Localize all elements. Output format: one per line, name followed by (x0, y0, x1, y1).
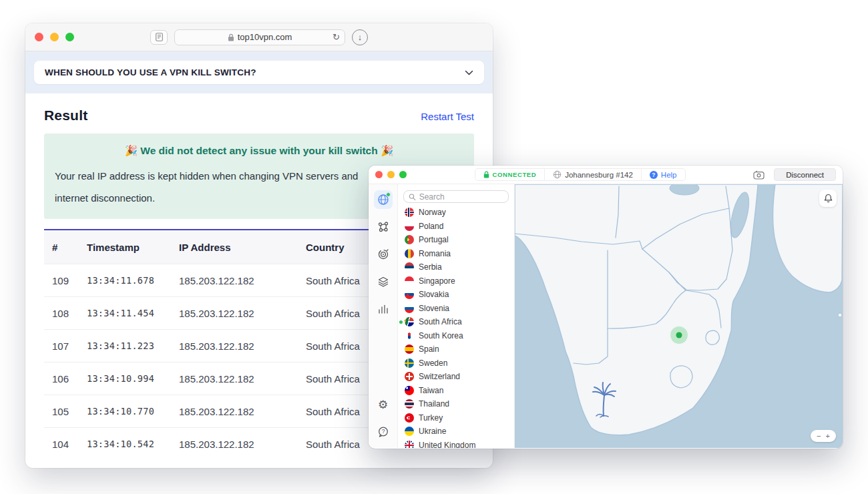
vpn-titlebar: CONNECTED Johannesburg #142 ? Help Disco… (369, 166, 843, 184)
restart-test-link[interactable]: Restart Test (421, 111, 474, 122)
country-item[interactable]: Turkey (405, 411, 514, 425)
country-item[interactable]: Romania (405, 247, 514, 261)
server-indicator[interactable]: Johannesburg #142 (544, 169, 641, 180)
country-name: South Korea (419, 331, 463, 340)
country-item[interactable]: Slovenia (405, 302, 514, 316)
cell-timestamp: 13:34:11.454 (87, 308, 179, 318)
sidebar-rail: ⚙ ? (369, 184, 398, 448)
connected-dot-icon (386, 192, 391, 197)
fullscreen-button[interactable] (399, 171, 407, 178)
minimize-button[interactable] (50, 33, 59, 41)
accordion-title: WHEN SHOULD YOU USE A VPN KILL SWITCH? (45, 67, 256, 77)
country-item[interactable]: Thailand (405, 397, 514, 411)
sidebar-item-layers[interactable] (374, 272, 393, 291)
country-item[interactable]: Serbia (405, 260, 514, 274)
zoom-out-button[interactable]: − (817, 433, 821, 440)
map-canvas[interactable]: − + (515, 184, 843, 448)
url-text: top10vpn.com (238, 32, 292, 42)
sidebar-item-dedicated-ip[interactable] (374, 245, 393, 264)
sidebar-bottom-group: ⚙ ? (374, 395, 393, 441)
country-item[interactable]: Taiwan (405, 384, 514, 398)
cell-num: 107 (52, 340, 87, 352)
disconnect-button[interactable]: Disconnect (774, 168, 836, 181)
help-button[interactable]: ? Help (641, 169, 685, 180)
target-icon (377, 248, 389, 260)
lock-icon (228, 33, 234, 41)
country-item[interactable]: South Africa (405, 315, 514, 329)
country-name: Slovenia (419, 304, 449, 313)
flag-icon (405, 372, 414, 381)
status-pill: CONNECTED Johannesburg #142 ? Help (475, 168, 686, 181)
sidebar-item-servers[interactable] (374, 190, 393, 209)
country-item[interactable]: Ukraine (405, 425, 514, 439)
downloads-button[interactable]: ↓ (352, 29, 368, 45)
sidebar-item-stats[interactable] (374, 300, 393, 318)
cell-timestamp: 13:34:11.678 (87, 275, 179, 286)
country-item[interactable]: Slovakia (405, 288, 514, 302)
cell-timestamp: 13:34:10.994 (87, 373, 179, 384)
sidebar-item-support[interactable]: ? (374, 423, 393, 441)
document-icon (156, 33, 163, 41)
location-marker (670, 326, 688, 344)
reload-icon[interactable]: ↻ (333, 32, 340, 42)
country-item[interactable]: Singapore (405, 274, 514, 288)
network-nodes-icon (377, 221, 389, 233)
lock-icon (483, 171, 489, 178)
country-item[interactable]: Norway (405, 206, 514, 220)
search-icon (409, 193, 416, 201)
flag-icon (405, 331, 414, 340)
country-name: United Kingdom (419, 441, 475, 448)
country-item[interactable]: Spain (405, 342, 514, 356)
cell-num: 105 (52, 406, 87, 417)
vpn-window: CONNECTED Johannesburg #142 ? Help Disco… (369, 166, 843, 449)
flag-icon (405, 304, 414, 313)
kill-switch-accordion[interactable]: WHEN SHOULD YOU USE A VPN KILL SWITCH? (34, 61, 484, 84)
column-header-num: # (52, 242, 87, 253)
country-item[interactable]: Poland (405, 220, 514, 234)
country-item[interactable]: Sweden (405, 356, 514, 370)
search-box[interactable] (403, 190, 509, 203)
svg-text:?: ? (381, 428, 385, 435)
column-header-timestamp: Timestamp (87, 242, 179, 253)
cell-ip: 185.203.122.182 (179, 308, 306, 319)
close-button[interactable] (35, 33, 43, 41)
notifications-button[interactable] (819, 190, 837, 207)
cell-num: 108 (52, 308, 87, 319)
cell-timestamp: 13:34:10.542 (87, 439, 179, 449)
address-bar[interactable]: top10vpn.com ↻ (174, 29, 345, 45)
country-name: Poland (419, 222, 443, 231)
cell-num: 109 (52, 275, 87, 286)
bell-icon (824, 194, 833, 203)
globe-icon (553, 170, 562, 179)
flag-icon (405, 235, 414, 244)
window-controls (35, 33, 74, 41)
flag-icon (405, 344, 414, 354)
country-name: Thailand (419, 399, 449, 409)
country-name: Slovakia (419, 290, 449, 299)
country-item[interactable]: Switzerland (405, 370, 514, 384)
screenshot-button[interactable] (753, 170, 765, 180)
country-item[interactable]: South Korea (405, 329, 514, 343)
country-item[interactable]: Portugal (405, 233, 514, 247)
search-input[interactable] (419, 192, 503, 202)
flag-icon (405, 222, 414, 231)
flag-icon (405, 399, 414, 409)
minimize-button[interactable] (387, 171, 395, 178)
close-button[interactable] (375, 171, 383, 178)
cell-timestamp: 13:34:10.770 (87, 406, 179, 417)
flag-icon (405, 386, 414, 395)
country-name: Norway (419, 208, 446, 217)
country-name: Turkey (419, 413, 443, 423)
connected-dot-icon (399, 320, 403, 324)
country-item[interactable]: United Kingdom (405, 439, 514, 449)
browser-titlebar: top10vpn.com ↻ ↓ (25, 23, 493, 51)
sidebar-item-multihop[interactable] (374, 218, 393, 236)
zoom-in-button[interactable]: + (826, 433, 830, 440)
sidebar-item-settings[interactable]: ⚙ (374, 395, 393, 414)
map-zoom-control: − + (811, 430, 836, 442)
reader-view-button[interactable] (150, 30, 168, 45)
country-name: Singapore (419, 276, 455, 286)
fullscreen-button[interactable] (65, 33, 74, 41)
desktop: top10vpn.com ↻ ↓ WHEN SHOULD YOU USE A V… (0, 0, 868, 494)
flag-icon (405, 262, 414, 272)
